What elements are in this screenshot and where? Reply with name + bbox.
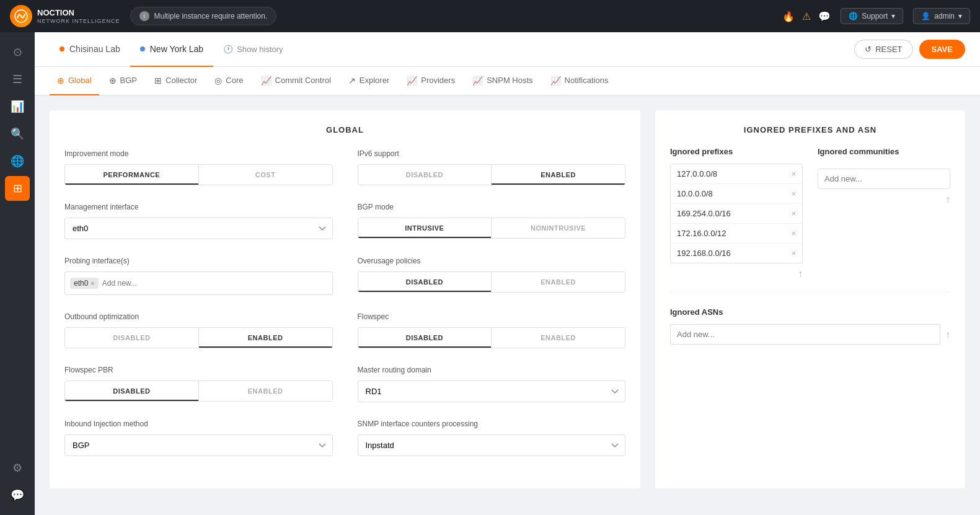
asn-upload-icon[interactable]: ↑ <box>945 329 950 340</box>
tab-chisinau-lab[interactable]: Chisinau Lab <box>50 32 130 67</box>
tab-global[interactable]: ⊕ Global <box>50 67 99 95</box>
flowspec-pbr-disabled-btn[interactable]: DISABLED <box>65 381 199 401</box>
message-icon[interactable]: 💬 <box>818 11 831 22</box>
bgp-icon: ⊕ <box>109 76 117 86</box>
prefix-remove-0[interactable]: × <box>792 170 796 178</box>
ignored-asns-label: Ignored ASNs <box>670 307 950 317</box>
sidebar-item-globe[interactable]: 🌐 <box>5 149 30 174</box>
history-icon: 🕐 <box>223 45 233 54</box>
improvement-mode-label: Improvement mode <box>64 149 333 158</box>
ipv6-toggle: DISABLED ENABLED <box>358 164 626 185</box>
sidebar-item-reports[interactable]: ☰ <box>5 67 30 92</box>
flowspec-label: Flowspec <box>358 312 626 321</box>
tag-remove-eth0[interactable]: × <box>90 280 94 287</box>
prefix-value: 10.0.0.0/8 <box>677 189 713 198</box>
tab-commit-control[interactable]: 📈 Commit Control <box>254 67 338 95</box>
global-panel: GLOBAL Improvement mode PERFORMANCE COST… <box>50 110 640 488</box>
warning-icon[interactable]: ⚠ <box>802 11 811 22</box>
main-content: Chisinau Lab New York Lab 🕐 Show history… <box>35 32 980 515</box>
flowspec-pbr-group: Flowspec PBR DISABLED ENABLED <box>64 366 333 402</box>
add-asn-input[interactable] <box>670 324 940 345</box>
sidebar-item-settings[interactable]: ⚙ <box>5 456 30 480</box>
fire-icon[interactable]: 🔥 <box>782 11 795 22</box>
form-row-3: Probing interface(s) eth0 × Overusage po… <box>64 257 625 295</box>
admin-button[interactable]: 👤 admin ▾ <box>913 8 970 24</box>
improvement-cost-btn[interactable]: COST <box>199 165 332 185</box>
support-button[interactable]: 🌐 Support ▾ <box>841 8 903 24</box>
overusage-disabled-btn[interactable]: DISABLED <box>358 272 492 292</box>
sidebar-item-chat[interactable]: 💬 <box>5 483 30 508</box>
nav-right: 🔥 ⚠ 💬 🌐 Support ▾ 👤 admin ▾ <box>782 8 970 24</box>
master-routing-domain-select[interactable]: RD1 RD2 RD3 <box>358 381 626 402</box>
nav-icons: 🔥 ⚠ 💬 <box>782 11 831 22</box>
prefix-remove-3[interactable]: × <box>792 229 796 238</box>
ipv6-enabled-btn[interactable]: ENABLED <box>492 165 625 185</box>
prefix-value: 169.254.0.0/16 <box>677 209 731 218</box>
tab-new-york-lab[interactable]: New York Lab <box>130 32 213 67</box>
add-community-input[interactable] <box>818 169 950 189</box>
outbound-disabled-btn[interactable]: DISABLED <box>65 328 199 348</box>
form-row-4: Outbound optimization DISABLED ENABLED F… <box>64 312 625 348</box>
search-icon: 🔍 <box>11 127 24 141</box>
tab-bgp[interactable]: ⊕ BGP <box>102 67 144 95</box>
secondary-tabs: ⊕ Global ⊕ BGP ⊞ Collector ◎ Core 📈 Comm… <box>35 67 980 95</box>
bgp-mode-label: BGP mode <box>358 203 626 211</box>
chevron-down-icon: ▾ <box>958 12 962 20</box>
prefix-remove-1[interactable]: × <box>792 190 796 198</box>
reports-icon: ☰ <box>12 73 22 86</box>
sidebar-item-dashboard[interactable]: ⊙ <box>5 40 30 64</box>
management-interface-select[interactable]: eth0 eth1 eth2 <box>64 218 333 239</box>
sidebar-item-controls[interactable]: ⊞ <box>5 176 30 201</box>
prefix-remove-2[interactable]: × <box>792 209 796 218</box>
list-item: 127.0.0.0/8 × <box>671 164 802 184</box>
probing-add-input[interactable] <box>102 279 327 288</box>
logo-icon <box>10 5 32 27</box>
tab-core[interactable]: ◎ Core <box>207 67 250 95</box>
flowspec-pbr-enabled-btn[interactable]: ENABLED <box>199 381 332 401</box>
tab-snpm-hosts[interactable]: 📈 SNPM Hosts <box>465 67 540 95</box>
prefix-list: 127.0.0.0/8 × 10.0.0.0/8 × 169.254.0.0/1… <box>670 164 803 263</box>
improvement-performance-btn[interactable]: PERFORMANCE <box>65 165 199 185</box>
bgp-mode-group: BGP mode INTRUSIVE NONINTRUSIVE <box>358 203 626 239</box>
gear-icon: ⚙ <box>12 461 22 475</box>
global-panel-title: GLOBAL <box>64 125 625 134</box>
snpm-icon: 📈 <box>472 76 483 86</box>
outbound-enabled-btn[interactable]: ENABLED <box>199 328 332 348</box>
ignored-asns-section: Ignored ASNs ↑ <box>670 307 950 345</box>
tab-providers[interactable]: 📈 Providers <box>399 67 462 95</box>
flowspec-enabled-btn[interactable]: ENABLED <box>492 328 625 348</box>
globe-icon: 🌐 <box>849 12 858 20</box>
overusage-enabled-btn[interactable]: ENABLED <box>492 272 625 292</box>
bgp-intrusive-btn[interactable]: INTRUSIVE <box>358 218 492 238</box>
snmp-counters-label: SNMP interface counters processing <box>358 420 626 428</box>
sidebar-item-analytics[interactable]: 📊 <box>5 94 30 119</box>
inbound-injection-select[interactable]: BGP Static OSPF <box>64 434 333 456</box>
core-icon: ◎ <box>214 76 222 86</box>
prefix-remove-4[interactable]: × <box>792 249 796 258</box>
sidebar-item-search[interactable]: 🔍 <box>5 121 30 146</box>
snmp-counters-select[interactable]: Inpstatd SNMP NetFlow <box>358 434 626 456</box>
alert-banner[interactable]: i Multiple instance require attention. <box>130 7 277 25</box>
community-upload-icon[interactable]: ↑ <box>818 194 950 205</box>
content-area: GLOBAL Improvement mode PERFORMANCE COST… <box>35 95 980 503</box>
tab-notifications[interactable]: 📈 Notifications <box>543 67 616 95</box>
reset-icon: ↺ <box>865 45 872 54</box>
snmp-counters-group: SNMP interface counters processing Inpst… <box>358 420 626 456</box>
probing-interfaces-group: Probing interface(s) eth0 × <box>64 257 333 295</box>
tab-explorer[interactable]: ↗ Explorer <box>341 67 397 95</box>
ignored-communities-col: Ignored communities ↑ <box>818 147 950 280</box>
bgp-nonintrusive-btn[interactable]: NONINTRUSIVE <box>492 218 625 238</box>
flowspec-disabled-btn[interactable]: DISABLED <box>358 328 492 348</box>
logo-area: NOCTION NETWORK INTELLIGENCE <box>10 5 120 27</box>
ignored-prefixes-label: Ignored prefixes <box>670 147 803 156</box>
form-row-6: Inbound Injection method BGP Static OSPF… <box>64 420 625 456</box>
show-history-button[interactable]: 🕐 Show history <box>223 45 283 54</box>
ipv6-disabled-btn[interactable]: DISABLED <box>358 165 492 185</box>
prefix-upload-icon[interactable]: ↑ <box>670 268 803 280</box>
save-button[interactable]: SAVE <box>919 40 965 59</box>
tab-collector[interactable]: ⊞ Collector <box>147 67 205 95</box>
ignored-grid: Ignored prefixes 127.0.0.0/8 × 10.0.0.0/… <box>670 147 950 280</box>
reset-button[interactable]: ↺ RESET <box>854 40 912 59</box>
probing-interfaces-input[interactable]: eth0 × <box>64 271 333 295</box>
probing-interfaces-label: Probing interface(s) <box>64 257 333 265</box>
